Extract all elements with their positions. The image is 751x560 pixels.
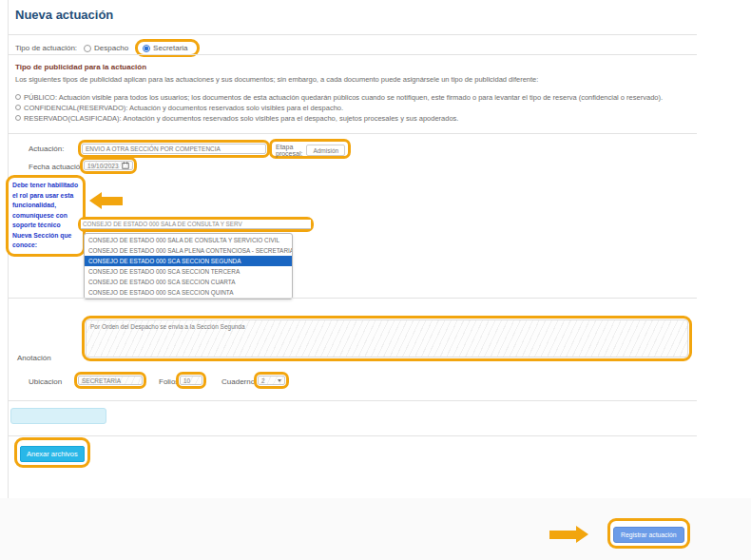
cuadernos-select[interactable]: 2 xyxy=(258,376,285,385)
highlight-etapa: Etapa procesal: Admisión xyxy=(269,139,351,159)
seccion-select[interactable]: CONSEJO DE ESTADO 000 SALA DE CONSULTA Y… xyxy=(81,220,311,229)
etapa-procesal-label: Etapa procesal: xyxy=(276,144,302,157)
calendar-icon[interactable] xyxy=(122,162,129,169)
seccion-dropdown: CONSEJO DE ESTADO 000 SALA DE CONSULTA Y… xyxy=(84,233,293,299)
highlight-ubicacion: SECRETARIA xyxy=(74,372,146,389)
dropdown-option[interactable]: CONSEJO DE ESTADO 000 SCA SECCION QUINTA xyxy=(85,287,292,298)
radio-unchecked-icon xyxy=(15,115,21,121)
fecha-value: 19/10/2023 xyxy=(87,163,119,169)
file-name-box[interactable] xyxy=(10,408,106,424)
anotacion-textarea[interactable]: Por Orden del Despacho se envia a la Sec… xyxy=(86,319,688,357)
radio-despacho-label: Despacho xyxy=(94,44,128,52)
dropdown-option[interactable]: CONSEJO DE ESTADO 000 SCA SECCION TERCER… xyxy=(85,266,292,277)
divider xyxy=(8,54,697,55)
tipo-actuacion-label: Tipo de actuación: xyxy=(15,44,77,52)
radio-checked-icon[interactable] xyxy=(143,45,150,52)
highlight-folios: 10 xyxy=(176,372,206,389)
etapa-procesal-value[interactable]: Admisión xyxy=(306,145,345,156)
anotacion-label: Anotación xyxy=(17,354,51,362)
fecha-input[interactable]: 19/10/2023 xyxy=(84,161,133,170)
nueva-actuacion-page: Nueva actuación Tipo de actuación: Despa… xyxy=(0,0,751,560)
radio-unchecked-icon xyxy=(84,45,91,52)
fecha-label: Fecha actuación: xyxy=(29,163,87,171)
highlight-seccion-select: CONSEJO DE ESTADO 000 SALA DE CONSULTA Y… xyxy=(78,217,314,232)
publicidad-options: PÚBLICO: Actuación visible para todos lo… xyxy=(15,93,695,125)
radio-unchecked-icon xyxy=(15,94,21,100)
cuadernos-value: 2 xyxy=(261,377,265,384)
anexar-archivos-button[interactable]: Anexar archivos xyxy=(20,446,85,462)
arrow-left-icon xyxy=(89,192,123,209)
page-title: Nueva actuación xyxy=(15,8,113,22)
registrar-actuacion-button[interactable]: Registrar actuación xyxy=(613,527,684,543)
role-notice: Debe tener habilitado el rol para usar e… xyxy=(6,175,86,257)
radio-reservado[interactable]: RESERVADO(CLASIFICADA): Anotación y docu… xyxy=(15,114,695,123)
radio-confidencial[interactable]: CONFIDENCIAL(RESERVADO): Actuación y doc… xyxy=(15,104,695,112)
actuacion-label: Actuación: xyxy=(29,145,64,153)
radio-unchecked-icon xyxy=(15,105,21,110)
ubicacion-input[interactable]: SECRETARIA xyxy=(78,376,143,385)
dropdown-option[interactable]: CONSEJO DE ESTADO 000 SALA DE CONSULTA Y… xyxy=(85,235,292,245)
divider xyxy=(8,133,697,134)
etapa-procesal-group: Etapa procesal: Admisión xyxy=(272,142,348,159)
highlight-anexar: Anexar archivos xyxy=(14,437,90,468)
ubicacion-label: Ubicacion xyxy=(29,377,62,386)
radio-reservado-label: RESERVADO(CLASIFICADA): Anotación y docu… xyxy=(24,114,458,123)
publicidad-intro: Los siguientes tipos de publicidad aplic… xyxy=(15,75,538,84)
highlight-cuadernos: 2 xyxy=(254,372,289,389)
highlight-fecha: 19/10/2023 xyxy=(80,157,137,174)
highlight-actuacion: ENVIO A OTRA SECCIÓN POR COMPETENCIA xyxy=(78,140,270,158)
left-border-line xyxy=(8,0,9,560)
highlight-anotacion: Por Orden del Despacho se envia a la Sec… xyxy=(82,316,692,361)
dropdown-option[interactable]: CONSEJO DE ESTADO 000 SCA SECCION CUARTA xyxy=(85,277,292,287)
divider xyxy=(8,435,697,436)
actuacion-input[interactable]: ENVIO A OTRA SECCIÓN POR COMPETENCIA xyxy=(82,144,266,154)
radio-publico[interactable]: PÚBLICO: Actuación visible para todos lo… xyxy=(15,93,695,102)
chevron-down-icon xyxy=(278,379,281,382)
dropdown-option-selected[interactable]: CONSEJO DE ESTADO 000 SCA SECCION SEGUND… xyxy=(85,256,292,266)
divider xyxy=(8,34,697,35)
publicidad-heading: Tipo de publicidad para la actuación xyxy=(15,63,146,71)
radio-publico-label: PÚBLICO: Actuación visible para todos lo… xyxy=(24,93,663,102)
highlight-registrar: Registrar actuación xyxy=(607,518,690,549)
radio-despacho[interactable]: Despacho xyxy=(84,44,128,52)
radio-confidencial-label: CONFIDENCIAL(RESERVADO): Actuación y doc… xyxy=(24,104,343,112)
dropdown-option[interactable]: CONSEJO DE ESTADO 000 SALA PLENA CONTENC… xyxy=(85,245,292,256)
radio-secretaria-label: Secretaria xyxy=(153,44,187,52)
folios-input[interactable]: 10 xyxy=(180,376,202,385)
divider xyxy=(8,298,697,299)
arrow-right-icon xyxy=(549,526,588,543)
divider xyxy=(8,400,697,401)
